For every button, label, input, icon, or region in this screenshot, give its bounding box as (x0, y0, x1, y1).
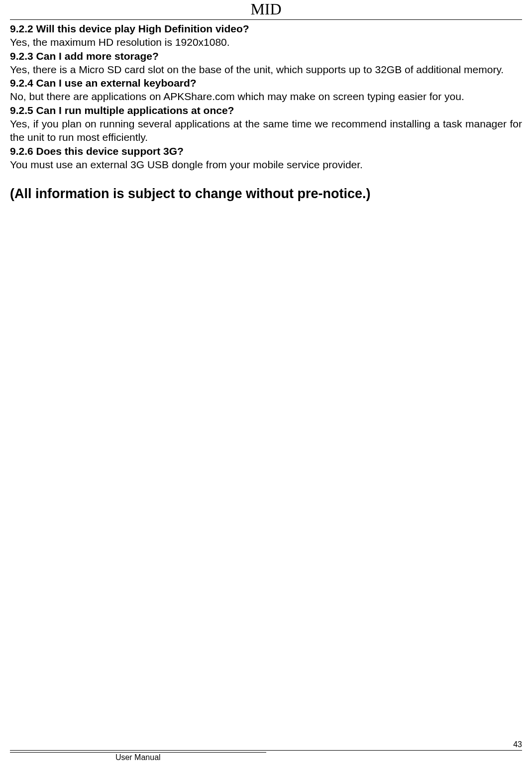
faq-item: 9.2.6 Does this device support 3G? You m… (10, 144, 522, 172)
footer-divider-half (10, 752, 266, 753)
faq-item: 9.2.5 Can I run multiple applications at… (10, 104, 522, 144)
footer-divider-full (10, 750, 522, 751)
faq-question: 9.2.4 Can I use an external keyboard? (10, 76, 522, 90)
footer-row: User Manual (10, 751, 522, 762)
faq-answer: Yes, there is a Micro SD card slot on th… (10, 63, 522, 76)
faq-answer: Yes, the maximum HD resolution is 1920x1… (10, 35, 522, 49)
page-content: 9.2.2 Will this device play High Definit… (0, 20, 532, 203)
footer-left: User Manual (10, 751, 266, 762)
faq-question: 9.2.6 Does this device support 3G? (10, 144, 522, 158)
header-title: MID (250, 0, 281, 19)
page-header: MID (0, 0, 532, 19)
faq-question: 9.2.3 Can I add more storage? (10, 49, 522, 63)
faq-answer: No, but there are applications on APKSha… (10, 90, 522, 103)
faq-question: 9.2.5 Can I run multiple applications at… (10, 104, 522, 117)
page-number: 43 (513, 740, 522, 749)
faq-item: 9.2.4 Can I use an external keyboard? No… (10, 76, 522, 104)
faq-item: 9.2.3 Can I add more storage? Yes, there… (10, 49, 522, 77)
page-footer: 43 User Manual (10, 750, 522, 762)
notice-text: (All information is subject to change wi… (10, 185, 522, 203)
faq-item: 9.2.2 Will this device play High Definit… (10, 22, 522, 49)
footer-text: User Manual (10, 753, 266, 762)
faq-answer: You must use an external 3G USB dongle f… (10, 158, 522, 171)
faq-question: 9.2.2 Will this device play High Definit… (10, 22, 522, 35)
faq-answer: Yes, if you plan on running several appl… (10, 117, 522, 144)
